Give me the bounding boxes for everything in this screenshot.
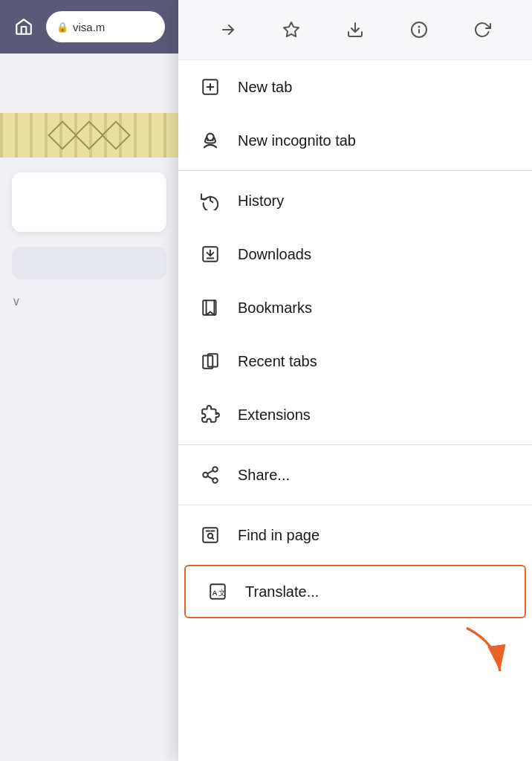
- svg-rect-23: [203, 528, 218, 543]
- downloads-icon: [199, 245, 221, 264]
- menu-item-downloads[interactable]: Downloads: [178, 227, 532, 281]
- arrow-annotation: [452, 621, 519, 690]
- svg-marker-0: [284, 22, 299, 36]
- incognito-icon: [199, 130, 221, 151]
- extensions-label: Extensions: [238, 407, 311, 424]
- menu-item-incognito[interactable]: New incognito tab: [178, 114, 532, 167]
- menu-item-new-tab[interactable]: New tab: [178, 60, 532, 114]
- svg-line-21: [207, 476, 213, 479]
- page-content-background: ∨: [0, 54, 178, 761]
- download-button[interactable]: [339, 13, 372, 46]
- share-icon: [199, 465, 221, 485]
- svg-text:文: 文: [218, 589, 226, 597]
- menu-item-find[interactable]: Find in page: [178, 508, 532, 562]
- recent-tabs-label: Recent tabs: [238, 353, 317, 370]
- page-card-1: [12, 172, 166, 232]
- address-text: visa.m: [73, 21, 105, 33]
- divider-3: [178, 505, 532, 505]
- menu-item-history[interactable]: History: [178, 174, 532, 227]
- bookmarks-icon: [199, 298, 221, 317]
- share-label: Share...: [238, 467, 290, 484]
- home-button[interactable]: [9, 12, 39, 42]
- divider-1: [178, 170, 532, 171]
- context-menu: New tab New incognito tab History: [178, 0, 532, 761]
- menu-item-share[interactable]: Share...: [178, 448, 532, 502]
- extensions-icon: [199, 405, 221, 424]
- menu-item-recent-tabs[interactable]: Recent tabs: [178, 334, 532, 388]
- forward-button[interactable]: [212, 13, 244, 46]
- history-label: History: [238, 192, 284, 210]
- address-bar[interactable]: 🔒 visa.m: [46, 11, 165, 42]
- decorative-stripe: [0, 113, 178, 158]
- chevron-area: ∨: [0, 287, 178, 316]
- svg-point-5: [418, 27, 419, 27]
- find-icon: [199, 525, 221, 545]
- menu-item-translate[interactable]: A 文 Translate...: [184, 565, 526, 618]
- info-button[interactable]: [403, 13, 435, 46]
- svg-line-22: [207, 470, 213, 473]
- svg-line-25: [212, 537, 213, 539]
- find-label: Find in page: [238, 527, 319, 544]
- page-card-2: [12, 247, 166, 279]
- recent-tabs-icon: [199, 352, 221, 371]
- svg-text:A: A: [212, 589, 217, 597]
- bookmarks-label: Bookmarks: [238, 299, 312, 317]
- reload-button[interactable]: [466, 13, 499, 46]
- lock-icon: 🔒: [56, 22, 68, 33]
- translate-label: Translate...: [245, 583, 319, 600]
- bookmark-button[interactable]: [275, 13, 308, 46]
- translate-icon: A 文: [207, 582, 229, 601]
- menu-item-extensions[interactable]: Extensions: [178, 388, 532, 441]
- new-tab-icon: [199, 77, 221, 97]
- menu-item-bookmarks[interactable]: Bookmarks: [178, 281, 532, 334]
- divider-2: [178, 444, 532, 445]
- history-icon: [199, 191, 221, 210]
- menu-toolbar: [178, 0, 532, 60]
- downloads-label: Downloads: [238, 246, 311, 263]
- new-tab-label: New tab: [238, 79, 292, 96]
- incognito-label: New incognito tab: [238, 132, 356, 149]
